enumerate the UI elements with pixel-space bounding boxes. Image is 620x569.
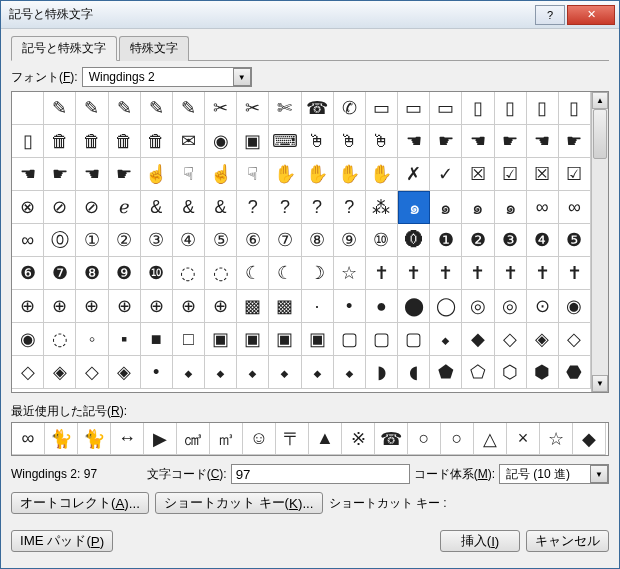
- symbol-cell[interactable]: ✝: [366, 257, 398, 290]
- symbol-cell[interactable]: ☛: [109, 158, 141, 191]
- recent-symbol-cell[interactable]: ×: [507, 423, 540, 455]
- symbol-cell[interactable]: ☚: [462, 125, 494, 158]
- tab-special-chars[interactable]: 特殊文字: [119, 36, 189, 61]
- symbol-cell[interactable]: ◇: [76, 356, 108, 389]
- symbol-cell[interactable]: ☛: [44, 158, 76, 191]
- symbol-cell[interactable]: ☎: [302, 92, 334, 125]
- symbol-cell[interactable]: ❸: [495, 224, 527, 257]
- symbol-cell[interactable]: ▢: [334, 323, 366, 356]
- symbol-cell[interactable]: ▣: [302, 323, 334, 356]
- symbol-cell[interactable]: ⊕: [76, 290, 108, 323]
- symbol-cell[interactable]: ✋: [334, 158, 366, 191]
- scroll-up-icon[interactable]: ▲: [592, 92, 608, 109]
- symbol-cell[interactable]: 🖰: [302, 125, 334, 158]
- symbol-cell[interactable]: ✝: [559, 257, 591, 290]
- recent-symbol-cell[interactable]: ▶: [144, 423, 177, 455]
- symbol-cell[interactable]: ◆: [462, 323, 494, 356]
- symbol-cell[interactable]: ✓: [430, 158, 462, 191]
- symbol-cell[interactable]: ❻: [12, 257, 44, 290]
- symbol-cell[interactable]: ⊙: [527, 290, 559, 323]
- symbol-cell[interactable]: ⑩: [366, 224, 398, 257]
- symbol-cell[interactable]: ▭: [398, 92, 430, 125]
- symbol-cell[interactable]: ⬥: [302, 356, 334, 389]
- symbol-cell[interactable]: ◦: [76, 323, 108, 356]
- code-system-dropdown-icon[interactable]: ▼: [590, 465, 608, 483]
- recent-symbol-cell[interactable]: ㎤: [177, 423, 210, 455]
- symbol-cell[interactable]: ⬟: [430, 356, 462, 389]
- symbol-cell[interactable]: ❺: [559, 224, 591, 257]
- symbol-cell[interactable]: ๑: [430, 191, 462, 224]
- symbol-cell[interactable]: ⬣: [559, 356, 591, 389]
- symbol-cell[interactable]: ▩: [237, 290, 269, 323]
- symbol-cell[interactable]: &: [173, 191, 205, 224]
- recent-symbol-cell[interactable]: ◆: [573, 423, 606, 455]
- symbol-cell[interactable]: ❹: [527, 224, 559, 257]
- symbol-cell[interactable]: ◖: [398, 356, 430, 389]
- symbol-cell[interactable]: ⑧: [302, 224, 334, 257]
- symbol-cell[interactable]: ◌: [44, 323, 76, 356]
- symbol-cell[interactable]: ✋: [366, 158, 398, 191]
- symbol-cell[interactable]: ◈: [44, 356, 76, 389]
- scroll-down-icon[interactable]: ▼: [592, 375, 608, 392]
- symbol-cell[interactable]: ▭: [430, 92, 462, 125]
- symbol-cell[interactable]: &: [205, 191, 237, 224]
- symbol-cell[interactable]: •: [141, 356, 173, 389]
- symbol-cell[interactable]: ☚: [12, 158, 44, 191]
- symbol-cell[interactable]: ⁂: [366, 191, 398, 224]
- symbol-cell[interactable]: □: [173, 323, 205, 356]
- symbol-cell[interactable]: ☚: [527, 125, 559, 158]
- recent-symbol-cell[interactable]: 🐈: [78, 423, 111, 455]
- symbol-cell[interactable]: ▪: [109, 323, 141, 356]
- recent-symbol-cell[interactable]: ☆: [540, 423, 573, 455]
- symbol-cell[interactable]: ▭: [366, 92, 398, 125]
- scroll-thumb[interactable]: [593, 109, 607, 159]
- symbol-cell[interactable]: ❾: [109, 257, 141, 290]
- symbol-cell[interactable]: 🗑: [44, 125, 76, 158]
- symbol-cell[interactable]: ▯: [559, 92, 591, 125]
- symbol-cell[interactable]: ⑤: [205, 224, 237, 257]
- symbol-cell[interactable]: ❿: [141, 257, 173, 290]
- symbol-cell[interactable]: ▢: [398, 323, 430, 356]
- symbol-cell[interactable]: ⬥: [269, 356, 301, 389]
- symbol-cell[interactable]: ◗: [366, 356, 398, 389]
- symbol-cell[interactable]: ✄: [269, 92, 301, 125]
- symbol-cell[interactable]: ☾: [237, 257, 269, 290]
- symbol-cell[interactable]: ❽: [76, 257, 108, 290]
- symbol-cell[interactable]: ✂: [205, 92, 237, 125]
- symbol-cell[interactable]: ■: [141, 323, 173, 356]
- symbol-cell[interactable]: ✝: [398, 257, 430, 290]
- symbol-cell[interactable]: ⓪: [44, 224, 76, 257]
- symbol-cell[interactable]: ✎: [109, 92, 141, 125]
- symbol-cell[interactable]: ⊕: [109, 290, 141, 323]
- symbol-cell[interactable]: ▯: [495, 92, 527, 125]
- symbol-cell[interactable]: ?: [269, 191, 301, 224]
- symbol-cell[interactable]: ⊘: [44, 191, 76, 224]
- symbol-cell[interactable]: ⬥: [237, 356, 269, 389]
- symbol-cell[interactable]: 🖰: [334, 125, 366, 158]
- symbol-cell[interactable]: ◎: [495, 290, 527, 323]
- symbol-cell[interactable]: ⊕: [173, 290, 205, 323]
- symbol-cell[interactable]: ∞: [559, 191, 591, 224]
- symbol-cell[interactable]: ☒: [462, 158, 494, 191]
- symbol-cell[interactable]: ๑: [462, 191, 494, 224]
- symbol-cell[interactable]: ⊘: [76, 191, 108, 224]
- recent-symbol-cell[interactable]: ∞: [12, 423, 45, 455]
- symbol-cell[interactable]: ๑: [398, 191, 430, 224]
- symbol-cell[interactable]: ?: [302, 191, 334, 224]
- recent-symbol-cell[interactable]: ▲: [309, 423, 342, 455]
- symbol-cell[interactable]: ☽: [302, 257, 334, 290]
- symbol-cell[interactable]: ▣: [205, 323, 237, 356]
- symbol-cell[interactable]: ⊗: [12, 191, 44, 224]
- symbol-cell[interactable]: ▯: [527, 92, 559, 125]
- symbol-cell[interactable]: ✎: [76, 92, 108, 125]
- symbol-cell[interactable]: ❷: [462, 224, 494, 257]
- symbol-cell[interactable]: ◌: [205, 257, 237, 290]
- symbol-cell[interactable]: ◇: [12, 356, 44, 389]
- ime-pad-button[interactable]: IME パッド(P): [11, 530, 113, 552]
- symbol-cell[interactable]: ①: [76, 224, 108, 257]
- symbol-cell[interactable]: ◯: [430, 290, 462, 323]
- symbol-cell[interactable]: ▯: [462, 92, 494, 125]
- symbol-cell[interactable]: ✝: [495, 257, 527, 290]
- font-combo[interactable]: Wingdings 2 ▼: [82, 67, 252, 87]
- symbol-cell[interactable]: ▣: [269, 323, 301, 356]
